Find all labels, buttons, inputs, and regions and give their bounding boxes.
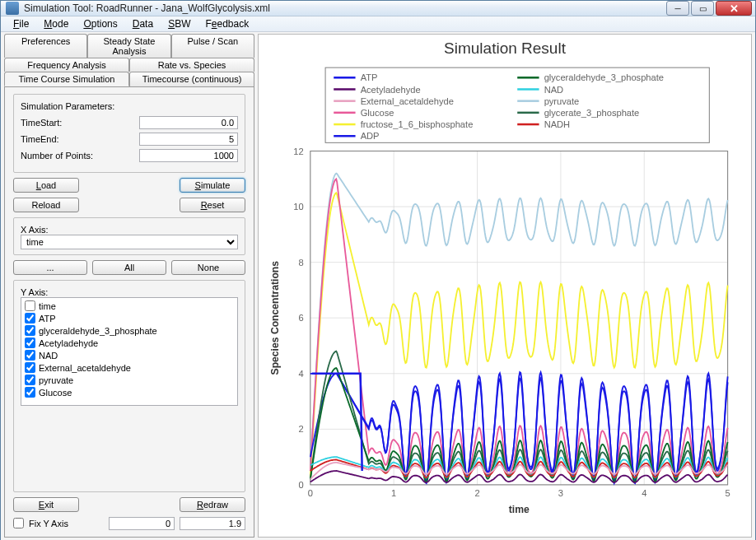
fix-min-input[interactable] <box>109 517 175 530</box>
yaxis-item-label: pyruvate <box>39 375 73 385</box>
svg-text:pyruvate: pyruvate <box>544 96 580 106</box>
svg-text:Species Concentrations: Species Concentrations <box>269 261 281 375</box>
yaxis-item-time[interactable]: time <box>23 300 236 312</box>
svg-text:fructose_1_6_bisphosphate: fructose_1_6_bisphosphate <box>361 119 474 129</box>
svg-text:4: 4 <box>299 369 304 379</box>
svg-text:NAD: NAD <box>544 85 563 95</box>
svg-text:External_acetaldehyde: External_acetaldehyde <box>361 96 454 106</box>
fix-max-input[interactable] <box>180 517 245 530</box>
svg-text:ATP: ATP <box>361 72 378 82</box>
svg-text:0: 0 <box>308 488 313 498</box>
all-button[interactable]: All <box>92 260 166 275</box>
menu-mode[interactable]: Mode <box>36 16 76 31</box>
reload-button[interactable]: Reload <box>13 198 79 212</box>
npoints-input[interactable] <box>139 149 238 162</box>
timestart-input[interactable] <box>139 116 238 129</box>
yaxis-checkbox[interactable] <box>25 362 35 373</box>
svg-text:4: 4 <box>642 488 646 498</box>
app-window: Simulation Tool: RoadRunner - Jana_WolfG… <box>0 0 756 540</box>
yaxis-item-ATP[interactable]: ATP <box>23 312 236 324</box>
xaxis-select[interactable]: time <box>21 235 238 249</box>
load-button[interactable]: Load <box>13 178 79 193</box>
reset-button[interactable]: Reset <box>180 198 245 212</box>
timeend-label: TimeEnd: <box>21 134 139 144</box>
tab-pulse-scan[interactable]: Pulse / Scan <box>171 34 254 58</box>
simulate-button[interactable]: Simulate <box>180 178 245 193</box>
yaxis-item-glyceraldehyde_3_phosphate[interactable]: glyceraldehyde_3_phosphate <box>23 324 236 337</box>
yaxis-item-label: NAD <box>39 351 58 361</box>
yaxis-item-label: Acetyladehyde <box>39 338 98 348</box>
minimize-button[interactable]: ─ <box>666 1 689 16</box>
yaxis-checkbox[interactable] <box>25 387 35 398</box>
svg-text:2: 2 <box>474 488 479 498</box>
exit-button[interactable]: Exit <box>13 497 79 512</box>
yaxis-checkbox[interactable] <box>25 375 35 385</box>
yaxis-item-label: glyceraldehyde_3_phosphate <box>39 326 157 336</box>
svg-text:Glucose: Glucose <box>361 108 394 118</box>
svg-text:3: 3 <box>558 488 563 498</box>
yaxis-checkbox[interactable] <box>25 338 35 348</box>
xaxis-label: X Axis: <box>21 225 238 235</box>
svg-text:12: 12 <box>293 147 303 156</box>
redraw-button[interactable]: Redraw <box>180 497 245 512</box>
menu-file[interactable]: File <box>6 16 36 31</box>
svg-text:time: time <box>509 504 530 515</box>
tab-timecourse-continuous[interactable]: Timecourse (continuous) <box>129 72 254 86</box>
tab-steady-state[interactable]: Steady State Analysis <box>87 34 170 58</box>
yaxis-item-label: ATP <box>39 314 56 324</box>
maximize-button[interactable]: ▭ <box>691 1 714 16</box>
menu-data[interactable]: Data <box>125 16 161 31</box>
svg-text:glycerate_3_phosphate: glycerate_3_phosphate <box>544 108 640 118</box>
svg-text:8: 8 <box>299 258 304 268</box>
yaxis-item-Acetyladehyde[interactable]: Acetyladehyde <box>23 337 236 349</box>
params-title: Simulation Parameters: <box>21 101 238 111</box>
yaxis-group: Y Axis: timeATPglyceraldehyde_3_phosphat… <box>13 280 245 492</box>
yaxis-checkbox[interactable] <box>25 313 35 324</box>
yaxis-checkbox[interactable] <box>25 300 35 311</box>
yaxis-item-Glucose[interactable]: Glucose <box>23 386 236 398</box>
svg-text:5: 5 <box>726 488 730 498</box>
none-button[interactable]: None <box>171 260 245 275</box>
yaxis-item-pyruvate[interactable]: pyruvate <box>23 374 236 386</box>
yaxis-checklist[interactable]: timeATPglyceraldehyde_3_phosphateAcetyla… <box>21 297 238 406</box>
menu-sbw[interactable]: SBW <box>161 16 198 31</box>
svg-text:ADP: ADP <box>361 131 380 141</box>
yaxis-checkbox[interactable] <box>25 325 35 336</box>
tab-content: Simulation Parameters: TimeStart: TimeEn… <box>4 86 254 538</box>
yaxis-item-External_acetaldehyde[interactable]: External_acetaldehyde <box>23 361 236 374</box>
svg-text:10: 10 <box>293 202 303 212</box>
fix-yaxis-label: Fix Y Axis <box>29 519 104 528</box>
app-icon <box>6 2 19 15</box>
tab-preferences[interactable]: Preferences <box>4 34 87 58</box>
close-button[interactable]: ✕ <box>716 1 752 16</box>
timestart-label: TimeStart: <box>21 118 139 128</box>
timeend-input[interactable] <box>139 133 238 146</box>
menu-feedback[interactable]: Feedback <box>198 16 256 31</box>
chart-area: 012345024681012timeSpecies Concentration… <box>259 58 751 537</box>
yaxis-item-NAD[interactable]: NAD <box>23 349 236 361</box>
yaxis-checkbox[interactable] <box>25 350 35 361</box>
menu-options[interactable]: Options <box>76 16 124 31</box>
tab-frequency-analysis[interactable]: Frequency Analysis <box>4 58 129 72</box>
dots-button[interactable]: ... <box>13 260 87 275</box>
yaxis-item-label: time <box>39 301 56 311</box>
tab-strip: Preferences Steady State Analysis Pulse … <box>4 34 254 86</box>
titlebar[interactable]: Simulation Tool: RoadRunner - Jana_WolfG… <box>1 1 755 16</box>
chart-svg: 012345024681012timeSpecies Concentration… <box>259 58 751 537</box>
tab-time-course[interactable]: Time Course Simulation <box>4 72 129 86</box>
fix-yaxis-checkbox[interactable] <box>13 518 24 528</box>
npoints-label: Number of Points: <box>21 151 139 161</box>
svg-text:NADH: NADH <box>544 119 571 129</box>
yaxis-item-label: External_acetaldehyde <box>39 363 131 373</box>
xaxis-group: X Axis: time <box>13 217 245 255</box>
svg-text:6: 6 <box>299 313 304 323</box>
chart-panel: Simulation Result 012345024681012timeSpe… <box>258 34 752 538</box>
menubar: File Mode Options Data SBW Feedback <box>1 16 755 32</box>
chart-title: Simulation Result <box>444 40 566 58</box>
svg-text:Acetyladehyde: Acetyladehyde <box>361 85 421 95</box>
window-title: Simulation Tool: RoadRunner - Jana_WolfG… <box>24 2 666 14</box>
tab-rate-vs-species[interactable]: Rate vs. Species <box>129 58 254 72</box>
svg-text:2: 2 <box>299 424 304 434</box>
yaxis-label: Y Axis: <box>21 287 238 297</box>
left-panel: Preferences Steady State Analysis Pulse … <box>4 34 254 538</box>
